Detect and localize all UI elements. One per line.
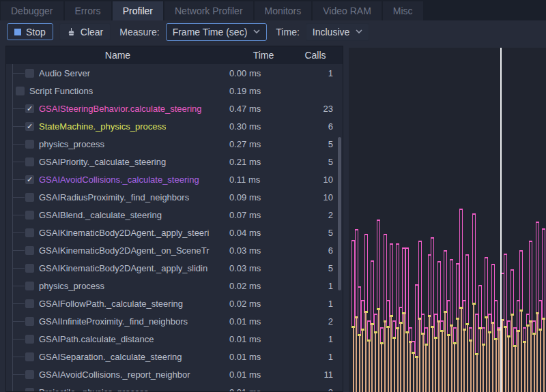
tab-profiler[interactable]: Profiler [113, 1, 163, 20]
function-name: GSAISeparation._calculate_steering [39, 352, 182, 362]
table-row[interactable]: GSAIFollowPath._calculate_steering0.02 m… [6, 295, 343, 312]
table-row[interactable]: ✓StateMachine._physics_process0.30 ms6 [6, 117, 343, 135]
table-row[interactable]: Projectile._physics_process0.01 ms2 [6, 383, 343, 392]
table-row[interactable]: Script Functions0.19 ms [6, 82, 343, 100]
stop-icon [14, 29, 21, 35]
graph-frame-bar [521, 310, 522, 392]
column-header-calls[interactable]: Calls [298, 50, 333, 61]
vertical-scrollbar-thumb[interactable] [338, 137, 341, 290]
graph-frame-bar [438, 321, 440, 392]
time-dropdown[interactable]: Inclusive [306, 23, 369, 41]
graph-frame-bar [374, 314, 377, 332]
row-checkbox[interactable] [25, 246, 34, 255]
graph-frame-bar [473, 303, 474, 392]
row-checkbox[interactable] [25, 69, 34, 78]
row-checkbox[interactable] [16, 87, 25, 95]
tab-misc[interactable]: Misc [383, 1, 423, 20]
table-row[interactable]: GSAISeparation._calculate_steering0.01 m… [6, 348, 343, 365]
row-checkbox[interactable] [25, 157, 34, 166]
stop-button[interactable]: Stop [7, 23, 53, 40]
function-name: Script Functions [29, 86, 93, 96]
tab-errors[interactable]: Errors [65, 1, 111, 20]
graph-frame-bar [543, 318, 545, 392]
tree-guide-line [12, 144, 25, 145]
graph-frame-bar [476, 354, 478, 392]
graph-frame-bar [410, 342, 411, 392]
calls-value: 6 [298, 121, 333, 132]
tab-video-ram[interactable]: Video RAM [313, 1, 382, 20]
row-checkbox[interactable] [25, 282, 34, 290]
column-header-name[interactable]: Name [6, 50, 229, 61]
calls-value: 1 [298, 299, 333, 309]
table-row[interactable]: Audio Server0.00 ms1 [6, 64, 343, 82]
function-name: GSAIBlend._calculate_steering [39, 210, 162, 220]
row-checkbox[interactable] [25, 140, 34, 149]
chevron-down-icon [253, 29, 260, 34]
row-checkbox[interactable] [25, 299, 34, 308]
calls-value: 5 [298, 228, 333, 238]
time-value: 0.01 ms [229, 334, 298, 344]
tab-monitors[interactable]: Monitors [255, 1, 312, 20]
row-checkbox[interactable] [25, 335, 34, 344]
tab-debugger[interactable]: Debugger [1, 1, 63, 20]
clear-button[interactable]: Clear [59, 23, 111, 40]
graph-frame-bar [529, 241, 532, 321]
function-name: GSAIInfiniteProximity._find_neighbors [39, 316, 188, 327]
graph-frame-bar [527, 325, 528, 392]
table-row[interactable]: physics_process0.02 ms1 [6, 277, 343, 295]
row-checkbox[interactable]: ✓ [25, 122, 34, 131]
table-row[interactable]: GSAIAvoidCollisions._report_neighbor0.01… [6, 365, 343, 383]
row-checkbox[interactable] [25, 317, 34, 326]
graph-frame-bar [502, 320, 503, 392]
time-dropdown-value: Inclusive [313, 27, 349, 37]
row-checkbox[interactable] [25, 193, 34, 202]
graph-frame-bar [353, 327, 354, 392]
row-checkbox[interactable] [25, 352, 34, 361]
name-cell: ✓StateMachine._physics_process [6, 117, 229, 135]
table-row[interactable]: GSAIKinematicBody2DAgent._on_SceneTr0.03… [6, 241, 343, 259]
table-row[interactable]: GSAIKinematicBody2DAgent._apply_slidin0.… [6, 259, 343, 277]
graph-frame-bar [390, 243, 393, 316]
table-row[interactable]: ✓GSAISteeringBehavior.calculate_steering… [6, 100, 343, 117]
graph-frame-bar [450, 259, 453, 325]
graph-frame-bar [371, 324, 373, 392]
function-name: GSAIKinematicBody2DAgent._apply_slidin [39, 263, 207, 273]
measure-dropdown[interactable]: Frame Time (sec) [166, 23, 268, 41]
frame-time-graph[interactable] [349, 48, 546, 392]
row-checkbox[interactable] [25, 370, 34, 379]
graph-frame-bar [536, 222, 539, 313]
table-row[interactable]: GSAIPriority._calculate_steering0.21 ms5 [6, 153, 343, 170]
table-row[interactable]: GSAIInfiniteProximity._find_neighbors0.0… [6, 312, 343, 330]
time-value: 0.03 ms [229, 263, 298, 273]
column-header-time[interactable]: Time [229, 50, 298, 61]
table-row[interactable]: GSAIRadiusProximity._find_neighbors0.09 … [6, 188, 343, 206]
tree-guide-line [12, 73, 25, 74]
frame-cursor-line[interactable] [500, 48, 502, 392]
row-checkbox[interactable]: ✓ [25, 175, 34, 184]
name-cell: GSAIKinematicBody2DAgent._apply_slidin [6, 259, 229, 277]
graph-frame-bar [536, 313, 538, 392]
graph-frame-bar [515, 346, 516, 392]
row-checkbox[interactable] [25, 211, 34, 220]
row-checkbox[interactable] [25, 388, 34, 392]
table-row[interactable]: GSAIPath.calculate_distance0.01 ms1 [6, 330, 343, 348]
row-checkbox[interactable] [25, 264, 34, 273]
graph-frame-bar [524, 342, 526, 392]
graph-frame-bar [495, 339, 497, 392]
table-row[interactable]: GSAIKinematicBody2DAgent._apply_steeri0.… [6, 224, 343, 241]
table-row[interactable]: ✓GSAIAvoidCollisions._calculate_steering… [6, 170, 343, 188]
name-cell: physics_process [6, 277, 229, 295]
graph-frame-bar [489, 332, 490, 392]
table-row[interactable]: physics_process0.27 ms5 [6, 135, 343, 153]
row-checkbox[interactable]: ✓ [25, 104, 34, 113]
graph-frame-bar [356, 317, 357, 392]
table-row[interactable]: GSAIBlend._calculate_steering0.07 ms2 [6, 206, 343, 224]
name-cell: GSAIInfiniteProximity._find_neighbors [6, 312, 229, 330]
row-checkbox[interactable] [25, 228, 34, 237]
graph-frame-bar [380, 327, 384, 343]
tab-network-profiler[interactable]: Network Profiler [164, 1, 253, 20]
function-name: GSAIPriority._calculate_steering [39, 157, 166, 167]
graph-frame-bar [419, 318, 420, 392]
graph-frame-bar [472, 213, 476, 303]
function-name: GSAIAvoidCollisions._calculate_steering [39, 175, 199, 185]
